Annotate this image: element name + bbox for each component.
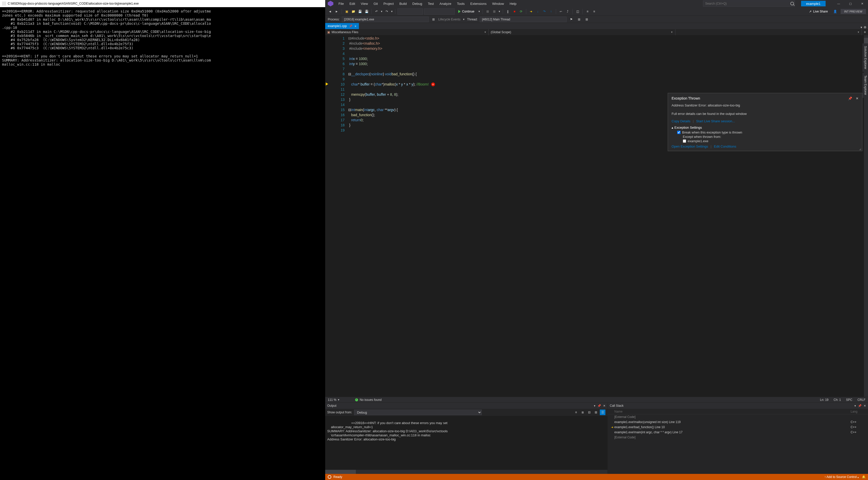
save-button[interactable]: 💾 bbox=[357, 9, 363, 14]
output-dropdown-icon[interactable]: ▾ bbox=[594, 404, 595, 408]
tb-icon-2-drop[interactable]: ▼ bbox=[498, 8, 501, 14]
code-line-2[interactable]: #include <malloc.h> bbox=[348, 41, 868, 46]
edit-conditions-link[interactable]: Edit Conditions bbox=[714, 145, 736, 148]
stop-debug-button[interactable]: ■ bbox=[512, 9, 517, 14]
nav-member-dropdown[interactable]: ▼ bbox=[675, 29, 862, 35]
thread-dropdown[interactable]: [46012] Main Thread bbox=[480, 17, 566, 22]
exception-settings-header[interactable]: Exception Settings bbox=[674, 126, 702, 129]
resize-grip-icon[interactable]: ◢ bbox=[859, 148, 861, 150]
step-into-button[interactable]: ↓ bbox=[535, 9, 540, 14]
indent-indicator[interactable]: SPC bbox=[846, 398, 852, 402]
menu-git[interactable]: Git bbox=[371, 1, 380, 7]
minimize-button[interactable]: — bbox=[833, 0, 844, 7]
output-body[interactable]: ==20916==HINT: if you don't care about t… bbox=[325, 416, 608, 474]
code-line-9[interactable] bbox=[348, 76, 868, 82]
tb-icon-1[interactable]: ⊞ bbox=[485, 9, 491, 14]
callstack-col-name[interactable]: Name bbox=[610, 410, 850, 413]
output-tb-5[interactable]: ☰ bbox=[600, 410, 606, 415]
callstack-col-lang[interactable]: Lang bbox=[850, 410, 866, 413]
show-output-dropdown[interactable]: Debug bbox=[354, 410, 482, 415]
zoom-control[interactable]: 111 % ▼ bbox=[328, 398, 340, 402]
thread-btn-3[interactable]: ⊞ bbox=[584, 17, 590, 22]
tb-extra-5[interactable]: ≡ bbox=[591, 9, 597, 14]
open-button[interactable]: 📁 bbox=[350, 9, 356, 14]
tb-extra-1[interactable]: ⤺ bbox=[558, 9, 564, 14]
nav-back-button[interactable]: ◄ bbox=[327, 9, 333, 14]
thread-btn-2[interactable]: ⊞ bbox=[576, 17, 582, 22]
open-exception-settings-link[interactable]: Open Exception Settings bbox=[672, 145, 708, 148]
tabs-gear-icon[interactable]: ⚙ bbox=[864, 26, 866, 29]
tab-close-icon[interactable]: × bbox=[354, 24, 356, 28]
code-line-1[interactable]: ⊟#include <stdio.h> bbox=[348, 36, 868, 41]
add-source-control[interactable]: ↑ Add to Source Control ▴ bbox=[824, 475, 859, 479]
code-line-7[interactable] bbox=[348, 66, 868, 71]
save-all-button[interactable]: 💾 bbox=[364, 9, 369, 14]
exception-settings-caret[interactable]: ▴ bbox=[672, 126, 673, 129]
eol-indicator[interactable]: CRLF bbox=[858, 398, 865, 402]
solution-name-badge[interactable]: example1 bbox=[801, 1, 826, 6]
restart-button[interactable]: ⟳ bbox=[518, 9, 524, 14]
config-dropdown[interactable] bbox=[398, 8, 423, 14]
menu-build[interactable]: Build bbox=[397, 1, 409, 7]
callstack-row[interactable]: [External Code] bbox=[608, 435, 868, 440]
callstack-dropdown-icon[interactable]: ▾ bbox=[855, 404, 856, 408]
maximize-button[interactable]: ▢ bbox=[844, 0, 856, 7]
menu-project[interactable]: Project bbox=[381, 1, 396, 7]
error-icon[interactable] bbox=[431, 83, 435, 86]
output-header[interactable]: Output ▾ 📌 ✕ bbox=[325, 403, 608, 409]
search-input[interactable] bbox=[703, 1, 795, 7]
break-all-button[interactable]: ‖ bbox=[505, 9, 510, 14]
code-editor[interactable]: 12345678910111213141516171819 ⊟#include … bbox=[325, 35, 868, 397]
code-line-3[interactable]: #include <memory.h> bbox=[348, 46, 868, 51]
docked-tab-team-explorer[interactable]: Team Explorer bbox=[862, 73, 868, 98]
live-share-button[interactable]: ↗ Live Share bbox=[807, 9, 830, 14]
callstack-pin-icon[interactable]: 📌 bbox=[858, 404, 862, 408]
code-line-6[interactable]: int y = 1000; bbox=[348, 61, 868, 66]
menu-debug[interactable]: Debug bbox=[410, 1, 425, 7]
docked-tab-solution-explorer[interactable]: Solution Explorer bbox=[862, 43, 868, 72]
int-preview-badge[interactable]: INT PREVIEW bbox=[841, 9, 866, 14]
code-line-10[interactable]: char* buffer = (char*)malloc(x * y * x *… bbox=[348, 82, 868, 87]
step-out-button[interactable]: ↑ bbox=[548, 9, 554, 14]
process-dropdown[interactable]: [20916] example1.exe bbox=[342, 17, 429, 22]
vs-title-bar[interactable]: FileEditViewGitProjectBuildDebugTestAnal… bbox=[325, 0, 868, 7]
undo-dropdown[interactable]: ▼ bbox=[380, 8, 383, 14]
callstack-row[interactable]: example1.exe!malloc(unsigned int size) L… bbox=[608, 419, 868, 425]
callstack-row[interactable]: [External Code] bbox=[608, 414, 868, 419]
close-button[interactable]: ✕ bbox=[856, 0, 868, 7]
output-tb-2[interactable]: ≣ bbox=[580, 410, 586, 415]
char-indicator[interactable]: Ch: 1 bbox=[834, 398, 841, 402]
tb-extra-4[interactable]: ≡ bbox=[585, 9, 590, 14]
continue-button[interactable]: Continue bbox=[456, 8, 477, 14]
output-pin-icon[interactable]: 📌 bbox=[597, 404, 601, 408]
callstack-close-icon[interactable]: ✕ bbox=[864, 404, 866, 408]
redo-button[interactable]: ↷ bbox=[384, 9, 390, 14]
code-line-11[interactable] bbox=[348, 87, 868, 92]
notifications-icon[interactable] bbox=[862, 475, 865, 479]
show-next-button[interactable]: ➜ bbox=[528, 9, 534, 14]
except-item-checkbox[interactable] bbox=[683, 139, 686, 143]
output-tb-4[interactable]: ⊞ bbox=[593, 410, 599, 415]
code-surface[interactable]: ⊟#include <stdio.h> #include <malloc.h> … bbox=[348, 35, 868, 397]
menu-file[interactable]: File bbox=[336, 1, 346, 7]
menu-view[interactable]: View bbox=[358, 1, 370, 7]
lifecycle-dropdown[interactable]: ▼ bbox=[462, 17, 465, 23]
feedback-button[interactable]: 👤 bbox=[833, 9, 838, 14]
line-indicator[interactable]: Ln: 19 bbox=[820, 398, 828, 402]
tabs-overflow-icon[interactable]: ▾ bbox=[861, 26, 862, 29]
search-icon[interactable] bbox=[790, 2, 794, 5]
new-project-button[interactable]: ▣ bbox=[344, 9, 349, 14]
menu-test[interactable]: Test bbox=[425, 1, 437, 7]
nav-scope-dropdown[interactable]: (Global Scope) ▼ bbox=[489, 29, 675, 35]
output-close-icon[interactable]: ✕ bbox=[603, 404, 606, 408]
callstack-row[interactable]: example1.exe!main(int argc, char * * arg… bbox=[608, 430, 868, 435]
menu-analyze[interactable]: Analyze bbox=[437, 1, 454, 7]
exception-close-icon[interactable]: ✕ bbox=[856, 97, 859, 100]
tb-extra-3[interactable]: ◫ bbox=[575, 9, 580, 14]
copy-details-link[interactable]: Copy Details bbox=[672, 119, 690, 123]
break-checkbox[interactable] bbox=[677, 131, 681, 134]
menu-extensions[interactable]: Extensions bbox=[468, 1, 489, 7]
code-line-5[interactable]: int x = 1000; bbox=[348, 56, 868, 61]
step-over-button[interactable]: ↷ bbox=[541, 9, 547, 14]
menu-edit[interactable]: Edit bbox=[347, 1, 358, 7]
